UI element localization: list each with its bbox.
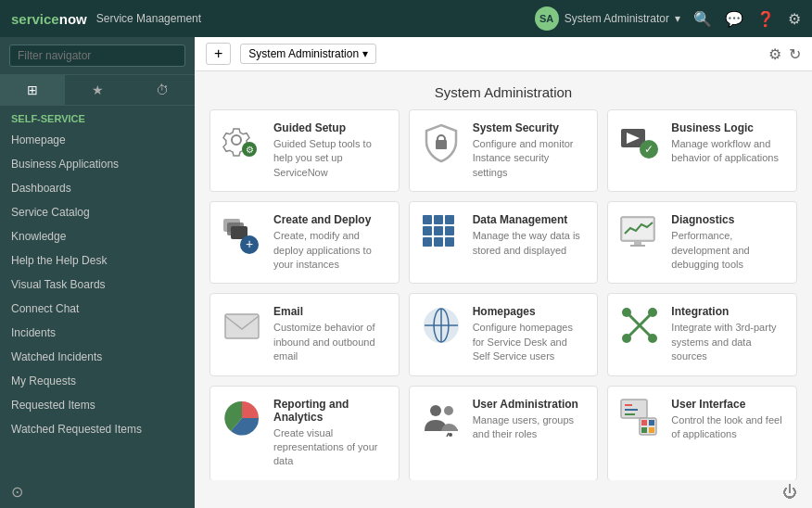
sidebar-item-my-requests[interactable]: My Requests bbox=[0, 369, 195, 393]
card-text-create-deploy: Create and DeployCreate, modify and depl… bbox=[273, 213, 387, 272]
tab-selector[interactable]: System Administration ▾ bbox=[240, 44, 376, 64]
settings-tab-icon[interactable]: ⚙ bbox=[768, 45, 781, 63]
svg-text:✓: ✓ bbox=[644, 143, 653, 156]
card-desc-user-interface: Control the look and feel of application… bbox=[671, 413, 785, 442]
card-title-guided-setup: Guided Setup bbox=[273, 121, 387, 134]
svg-rect-20 bbox=[423, 237, 432, 247]
card-create-deploy[interactable]: + Create and DeployCreate, modify and de… bbox=[209, 201, 400, 284]
card-icon-user-interface bbox=[619, 398, 660, 438]
card-icon-email bbox=[222, 305, 262, 346]
brand-logo: servicenow bbox=[11, 11, 87, 27]
tab-dropdown-icon: ▾ bbox=[362, 47, 368, 60]
connect-icon[interactable]: 💬 bbox=[725, 10, 743, 28]
power-icon[interactable]: ⏻ bbox=[782, 484, 797, 500]
search-icon[interactable]: 🔍 bbox=[693, 10, 712, 28]
card-data-management[interactable]: Data ManagementManage the way data is st… bbox=[409, 201, 599, 284]
svg-rect-50 bbox=[649, 420, 654, 425]
card-text-guided-setup: Guided SetupGuided Setup tools to help y… bbox=[273, 121, 387, 180]
sidebar-item-connect-chat[interactable]: Connect Chat bbox=[0, 297, 195, 321]
admin-user[interactable]: SA System Administrator ▾ bbox=[535, 6, 680, 31]
card-desc-business-logic: Manage workflow and behavior of applicat… bbox=[671, 137, 785, 166]
help-icon[interactable]: ❓ bbox=[756, 10, 775, 28]
svg-rect-18 bbox=[434, 226, 443, 235]
tab-favorites[interactable]: ★ bbox=[65, 75, 130, 105]
card-desc-data-management: Manage the way data is stored and displa… bbox=[473, 229, 587, 258]
card-guided-setup[interactable]: ⚙ Guided SetupGuided Setup tools to help… bbox=[209, 109, 400, 192]
card-reporting-analytics[interactable]: Reporting and AnalyticsCreate visual rep… bbox=[209, 386, 400, 480]
sidebar-item-dashboards[interactable]: Dashboards bbox=[0, 176, 195, 200]
card-title-system-security: System Security bbox=[473, 121, 587, 134]
sidebar-item-help-the-help-desk[interactable]: Help the Help Desk bbox=[0, 248, 195, 273]
sidebar-item-visual-task-boards[interactable]: Visual Task Boards bbox=[0, 273, 195, 297]
svg-rect-51 bbox=[641, 427, 647, 433]
card-title-email: Email bbox=[273, 305, 387, 318]
card-text-diagnostics: DiagnosticsPerformance, development and … bbox=[671, 213, 785, 272]
card-icon-diagnostics bbox=[619, 213, 660, 254]
sidebar-item-watched-requested-items[interactable]: Watched Requested Items bbox=[0, 417, 195, 441]
sidebar-section-header: Self-Service bbox=[0, 106, 195, 128]
card-icon-user-administration bbox=[421, 398, 462, 438]
card-desc-email: Customize behavior of inbound and outbou… bbox=[273, 321, 387, 363]
card-system-security[interactable]: System SecurityConfigure and monitor Ins… bbox=[409, 109, 599, 192]
main-layout: ⊞ ★ ⏱ Self-Service HomepageBusiness Appl… bbox=[0, 37, 812, 508]
tab-history[interactable]: ⏱ bbox=[130, 75, 195, 105]
sidebar: ⊞ ★ ⏱ Self-Service HomepageBusiness Appl… bbox=[0, 37, 195, 508]
card-title-business-logic: Business Logic bbox=[671, 121, 785, 134]
svg-point-39 bbox=[430, 405, 441, 416]
card-desc-integration: Integrate with 3rd-party systems and dat… bbox=[671, 321, 785, 363]
card-icon-homepages bbox=[421, 305, 462, 346]
svg-rect-49 bbox=[641, 420, 647, 425]
content-toolbar: + System Administration ▾ ⚙ ↻ bbox=[195, 37, 812, 71]
card-text-user-administration: User AdministrationManage users, groups … bbox=[473, 398, 587, 442]
nav-subtitle: Service Management bbox=[96, 12, 201, 25]
sidebar-item-knowledge[interactable]: Knowledge bbox=[0, 224, 195, 248]
cards-grid: ⚙ Guided SetupGuided Setup tools to help… bbox=[195, 109, 812, 480]
sidebar-item-watched-incidents[interactable]: Watched Incidents bbox=[0, 345, 195, 369]
add-tab-button[interactable]: + bbox=[206, 43, 231, 65]
card-title-create-deploy: Create and Deploy bbox=[273, 213, 387, 226]
card-icon-guided-setup: ⚙ bbox=[222, 121, 262, 162]
nav-left: servicenow Service Management bbox=[11, 11, 201, 27]
card-desc-system-security: Configure and monitor Instance security … bbox=[473, 137, 587, 180]
sidebar-items: HomepageBusiness ApplicationsDashboardsS… bbox=[0, 128, 195, 441]
svg-point-34 bbox=[622, 308, 631, 317]
svg-rect-16 bbox=[445, 215, 454, 224]
card-title-diagnostics: Diagnostics bbox=[671, 213, 785, 226]
card-diagnostics[interactable]: DiagnosticsPerformance, development and … bbox=[607, 201, 797, 284]
svg-point-37 bbox=[648, 334, 657, 343]
card-homepages[interactable]: HomepagesConfigure homepages for Service… bbox=[409, 293, 599, 375]
svg-text:⚙: ⚙ bbox=[246, 145, 254, 155]
card-integration[interactable]: IntegrationIntegrate with 3rd-party syst… bbox=[607, 293, 797, 375]
refresh-icon[interactable]: ↻ bbox=[789, 45, 801, 63]
card-email[interactable]: EmailCustomize behavior of inbound and o… bbox=[209, 293, 400, 375]
footer: ⏻ bbox=[195, 480, 812, 508]
svg-point-0 bbox=[232, 135, 241, 145]
svg-point-36 bbox=[622, 334, 631, 343]
sidebar-item-business-applications[interactable]: Business Applications bbox=[0, 152, 195, 176]
search-input[interactable] bbox=[9, 44, 185, 67]
card-text-homepages: HomepagesConfigure homepages for Service… bbox=[473, 305, 587, 363]
card-desc-diagnostics: Performance, development and debugging t… bbox=[671, 229, 785, 272]
card-user-interface[interactable]: User InterfaceControl the look and feel … bbox=[607, 386, 797, 480]
sidebar-back-icon[interactable]: ⊙ bbox=[11, 484, 23, 500]
svg-rect-27 bbox=[225, 314, 259, 338]
sidebar-item-homepage[interactable]: Homepage bbox=[0, 128, 195, 152]
card-desc-guided-setup: Guided Setup tools to help you set up Se… bbox=[273, 137, 387, 180]
sidebar-item-requested-items[interactable]: Requested Items bbox=[0, 393, 195, 417]
card-user-administration[interactable]: User AdministrationManage users, groups … bbox=[409, 386, 599, 480]
user-dropdown-icon[interactable]: ▾ bbox=[675, 12, 680, 25]
tab-home[interactable]: ⊞ bbox=[0, 75, 65, 105]
svg-rect-15 bbox=[434, 215, 443, 224]
sidebar-item-service-catalog[interactable]: Service Catalog bbox=[0, 200, 195, 224]
card-title-user-interface: User Interface bbox=[671, 398, 785, 411]
card-icon-integration bbox=[619, 305, 660, 346]
avatar: SA bbox=[535, 6, 559, 31]
settings-icon[interactable]: ⚙ bbox=[788, 10, 801, 28]
card-icon-business-logic: ✓ bbox=[619, 121, 660, 162]
card-icon-create-deploy: + bbox=[222, 213, 262, 254]
card-desc-homepages: Configure homepages for Service Desk and… bbox=[473, 321, 587, 363]
sidebar-item-incidents[interactable]: Incidents bbox=[0, 321, 195, 345]
content-area: + System Administration ▾ ⚙ ↻ System Adm… bbox=[195, 37, 812, 508]
page-title: System Administration bbox=[195, 71, 812, 109]
card-business-logic[interactable]: ✓ Business LogicManage workflow and beha… bbox=[607, 109, 797, 192]
